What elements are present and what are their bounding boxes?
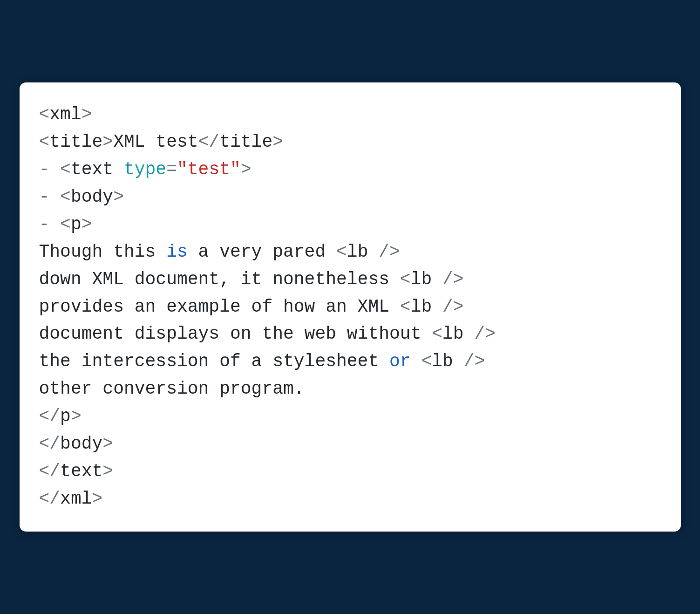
code-token: text xyxy=(71,159,124,179)
code-token: lb xyxy=(411,269,442,289)
code-token: /> xyxy=(442,269,464,289)
code-token: title xyxy=(49,132,102,152)
code-token: /> xyxy=(464,351,485,371)
code-token: > xyxy=(102,132,113,152)
code-token: < xyxy=(421,351,432,371)
code-token: /> xyxy=(442,297,464,317)
code-token: < xyxy=(39,104,50,124)
code-line: down XML document, it nonetheless <lb /> xyxy=(39,266,661,293)
code-token: p xyxy=(71,214,82,234)
code-token: Though this xyxy=(39,242,167,262)
code-token: text xyxy=(60,461,102,481)
code-token: title xyxy=(219,132,272,152)
code-line: provides an example of how an XML <lb /> xyxy=(39,293,661,321)
code-line: - <p> xyxy=(39,211,661,239)
code-line: - <body> xyxy=(39,184,661,211)
code-token: lb xyxy=(432,351,463,371)
code-token: > xyxy=(102,434,113,454)
code-token: < xyxy=(400,297,411,317)
code-token: or xyxy=(389,351,411,371)
code-token: provides an example of how an XML xyxy=(39,297,400,317)
code-panel: <xml><title>XML test</title>- <text type… xyxy=(20,82,681,531)
code-block: <xml><title>XML test</title>- <text type… xyxy=(39,101,661,512)
code-token: xml xyxy=(49,104,81,124)
code-token: < xyxy=(336,242,347,262)
code-line: other conversion program. xyxy=(39,375,661,403)
code-token: /> xyxy=(474,324,496,344)
code-token: - xyxy=(39,159,61,179)
code-token: > xyxy=(272,132,283,152)
code-line: <title>XML test</title> xyxy=(39,129,661,156)
code-token xyxy=(411,351,421,371)
code-token: > xyxy=(113,187,124,207)
code-token: lb xyxy=(347,242,379,262)
code-line: </body> xyxy=(39,430,661,458)
code-token: > xyxy=(92,489,103,509)
code-line: - <text type="test"> xyxy=(39,156,661,184)
code-token: </ xyxy=(39,461,61,481)
code-token: lb xyxy=(411,297,442,317)
code-line: </xml> xyxy=(39,485,661,513)
code-token: </ xyxy=(39,434,61,454)
code-token: xml xyxy=(60,489,92,509)
code-token: - xyxy=(39,187,61,207)
code-token: > xyxy=(102,461,113,481)
code-token: "test" xyxy=(177,159,241,179)
code-token: XML test xyxy=(113,132,198,152)
code-token: the intercession of a stylesheet xyxy=(39,351,390,371)
code-token: < xyxy=(60,159,71,179)
code-token: < xyxy=(400,269,411,289)
code-token: down XML document, it nonetheless xyxy=(39,269,400,289)
code-token: - xyxy=(39,214,61,234)
code-token: type xyxy=(124,159,166,179)
code-token: body xyxy=(71,187,113,207)
code-token: a very pared xyxy=(188,242,336,262)
code-line: <xml> xyxy=(39,101,661,129)
code-token: < xyxy=(60,187,71,207)
code-token: body xyxy=(60,434,102,454)
code-token: document displays on the web without xyxy=(39,324,432,344)
code-token: p xyxy=(60,406,71,426)
code-token: < xyxy=(432,324,442,344)
code-token: < xyxy=(60,214,71,234)
code-token: </ xyxy=(39,489,61,509)
code-token: > xyxy=(82,104,92,124)
code-line: Though this is a very pared <lb /> xyxy=(39,239,661,266)
code-token: < xyxy=(39,132,50,152)
code-line: </p> xyxy=(39,403,661,430)
code-token: > xyxy=(241,159,251,179)
code-token: lb xyxy=(442,324,474,344)
code-token: </ xyxy=(198,132,220,152)
code-token: > xyxy=(71,406,82,426)
code-line: </text> xyxy=(39,458,661,485)
code-token: is xyxy=(166,242,188,262)
code-token: </ xyxy=(39,406,61,426)
code-line: the intercession of a stylesheet or <lb … xyxy=(39,348,661,375)
code-token: = xyxy=(166,159,177,179)
code-line: document displays on the web without <lb… xyxy=(39,321,661,348)
code-token: other conversion program. xyxy=(39,379,305,399)
code-token: /> xyxy=(379,242,400,262)
code-token: > xyxy=(82,214,92,234)
